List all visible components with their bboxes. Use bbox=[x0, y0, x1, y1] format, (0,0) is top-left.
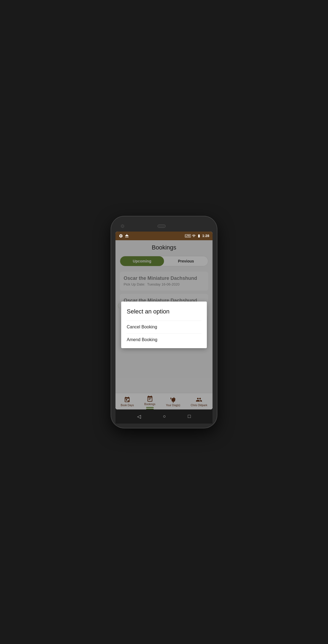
battery-icon bbox=[197, 234, 201, 238]
app-content: Bookings Upcoming Previous Oscar the Min… bbox=[115, 240, 213, 409]
android-recent-button[interactable]: □ bbox=[188, 414, 191, 419]
phone-top-bar bbox=[115, 221, 213, 232]
options-dialog: Select an option Cancel Booking Amend Bo… bbox=[121, 302, 207, 348]
dialog-title: Select an option bbox=[127, 308, 201, 315]
signal-icon bbox=[192, 234, 196, 238]
status-right: LTE 1:28 bbox=[185, 234, 209, 238]
android-home-button[interactable]: ○ bbox=[163, 414, 166, 419]
android-nav-bar: ◁ ○ □ bbox=[115, 409, 213, 424]
phone-frame: LTE 1:28 Bookings Upcoming bbox=[111, 216, 217, 428]
lte-indicator: LTE bbox=[185, 234, 191, 238]
status-bar: LTE 1:28 bbox=[115, 232, 213, 240]
time-display: 1:28 bbox=[202, 234, 209, 238]
phone-screen: LTE 1:28 Bookings Upcoming bbox=[115, 232, 213, 409]
amend-booking-option[interactable]: Amend Booking bbox=[127, 333, 201, 346]
speaker bbox=[157, 225, 166, 228]
dialog-overlay[interactable]: Select an option Cancel Booking Amend Bo… bbox=[115, 240, 213, 409]
android-back-button[interactable]: ◁ bbox=[137, 414, 141, 419]
settings-icon bbox=[119, 234, 123, 238]
cancel-booking-option[interactable]: Cancel Booking bbox=[127, 321, 201, 333]
robot-icon bbox=[125, 234, 129, 238]
front-camera bbox=[121, 225, 124, 228]
